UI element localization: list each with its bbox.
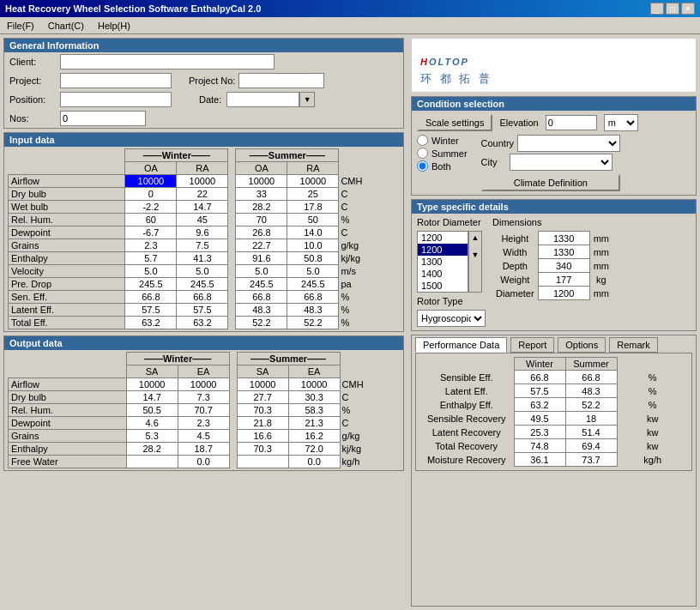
out-winter-ea-header: EA [178, 365, 229, 378]
input-row: Grains2.37.522.710.0g/kg [9, 239, 400, 252]
position-input[interactable] [60, 92, 172, 107]
output-row: Dry bulb14.77.327.730.3C [9, 391, 400, 404]
out-winter-header: ——Winter—— [126, 353, 229, 365]
height-row: Height 1330 mm [492, 232, 612, 245]
rotor-type-select[interactable]: Hygroscopic [417, 310, 486, 327]
diameter-1500[interactable]: 1500 [418, 280, 468, 292]
height-label: Height [492, 232, 538, 245]
diameter-unit: mm [589, 287, 612, 300]
perf-winter-header: Winter [514, 358, 565, 371]
menu-file[interactable]: File(F) [3, 20, 38, 32]
type-details-header: Type specific details [412, 200, 696, 214]
input-row: Enthalpy5.741.391.650.8kj/kg [9, 252, 400, 265]
out-winter-sa-header: SA [126, 365, 178, 378]
diameter-1200-selected[interactable]: 1200 [418, 244, 468, 256]
menu-help[interactable]: Help(H) [94, 20, 134, 32]
general-info-header: General Information [4, 39, 403, 52]
summer-radio-label: Summer [431, 148, 468, 159]
perf-row: Latent Eff.57.548.3% [419, 384, 688, 398]
project-no-label: Project No: [189, 75, 235, 86]
nos-row: Nos: [4, 109, 403, 128]
logo: HOLTOP 环 都 拓 普 [420, 44, 492, 87]
rotor-diameter-listbox[interactable]: 1200 1200 1300 1400 1500 [417, 231, 468, 293]
both-radio-row[interactable]: Both [417, 160, 468, 172]
menu-chart[interactable]: Chart(C) [45, 20, 88, 32]
diameter-1400[interactable]: 1400 [418, 268, 468, 280]
nos-input[interactable] [60, 111, 146, 126]
summer-radio[interactable] [417, 148, 428, 159]
general-info-section: General Information Client: Project: Pro… [3, 38, 404, 129]
diameter-value[interactable]: 1200 [538, 287, 589, 300]
type-details-section: Type specific details Rotor Diameter 120… [411, 199, 697, 331]
climate-definition-button[interactable]: Climate Definition [481, 174, 621, 191]
country-label: Country [481, 138, 515, 148]
depth-value[interactable]: 340 [538, 259, 589, 273]
project-no-input[interactable] [238, 73, 324, 88]
output-row: Rel. Hum.50.570.770.358.3% [9, 404, 400, 417]
minimize-button[interactable]: _ [650, 3, 664, 15]
left-panel: General Information Client: Project: Pro… [0, 34, 407, 610]
winter-radio-row[interactable]: Winter [417, 135, 468, 146]
summer-radio-row[interactable]: Summer [417, 148, 468, 159]
perf-row: Sensible Recovery49.518kw [419, 412, 688, 426]
summer-oa-header: OA [236, 162, 287, 175]
input-row: Airflow10000100001000010000CMH [9, 175, 400, 188]
output-row: Grains5.34.516.616.2g/kg [9, 430, 400, 443]
tab-report[interactable]: Report [510, 337, 554, 353]
date-label: Date: [199, 94, 221, 105]
dimensions-label: Dimensions [492, 217, 541, 227]
input-row: Velocity5.05.05.05.0m/s [9, 265, 400, 278]
logo-main: HOLTOP [420, 44, 492, 69]
client-row: Client: [4, 52, 403, 71]
input-row: Latent Eff.57.557.548.348.3% [9, 304, 400, 317]
height-unit: mm [589, 232, 612, 245]
depth-row: Depth 340 mm [492, 259, 612, 273]
height-value[interactable]: 1330 [538, 232, 589, 245]
date-dropdown-button[interactable]: ▼ [299, 92, 315, 107]
elevation-unit-select[interactable]: m [604, 114, 638, 131]
weight-row: Weight 177 kg [492, 273, 612, 287]
weight-label: Weight [492, 273, 538, 287]
tab-remark[interactable]: Remark [609, 337, 658, 353]
summer-ra-header: RA [287, 162, 339, 175]
maximize-button[interactable]: □ [666, 3, 679, 15]
window-controls[interactable]: _ □ × [650, 3, 695, 15]
logo-sub: 环 都 拓 普 [420, 71, 492, 87]
both-radio-label: Both [431, 161, 451, 172]
scale-settings-button[interactable]: Scale settings [417, 114, 492, 131]
winter-ra-header: RA [177, 162, 228, 175]
close-button[interactable]: × [681, 3, 695, 15]
date-input[interactable]: 2011- 9-16 [226, 92, 299, 107]
perf-summer-header: Summer [565, 358, 617, 371]
project-label: Project: [9, 75, 57, 86]
both-radio[interactable] [417, 160, 428, 172]
diameter-scrollbar[interactable]: ▲▼ [468, 231, 482, 293]
winter-header: ——Winter—— [125, 149, 228, 162]
width-value[interactable]: 1330 [538, 245, 589, 259]
diameter-1200[interactable]: 1200 [418, 232, 468, 244]
performance-data-content: Winter Summer Sensible Eff.66.866.8%Late… [415, 353, 692, 471]
input-row: Sen. Eff.66.866.866.866.8% [9, 291, 400, 304]
winter-radio[interactable] [417, 135, 428, 146]
perf-row: Enthalpy Eff.63.252.2% [419, 398, 688, 412]
input-row: Pre. Drop245.5245.5245.5245.5pa [9, 278, 400, 291]
client-input[interactable] [60, 54, 275, 69]
weight-value[interactable]: 177 [538, 273, 589, 287]
tab-options[interactable]: Options [558, 337, 606, 353]
summer-header: ——Summer—— [236, 149, 339, 162]
performance-data-section: Performance Data Report Options Remark W… [411, 335, 697, 607]
diameter-1300[interactable]: 1300 [418, 256, 468, 268]
output-data-header: Output data [4, 336, 403, 350]
dimensions-table: Height 1330 mm Width 1330 mm Depth 340 [492, 231, 612, 300]
perf-row: Sensible Eff.66.866.8% [419, 371, 688, 384]
position-label: Position: [9, 94, 57, 105]
right-panel: HOLTOP 环 都 拓 普 Condition selection Scale… [407, 34, 700, 610]
out-summer-header: ——Summer—— [237, 353, 340, 365]
tab-performance-data[interactable]: Performance Data [415, 337, 507, 353]
project-input[interactable] [60, 73, 172, 88]
city-select[interactable] [510, 154, 612, 171]
logo-area: HOLTOP 环 都 拓 普 [411, 38, 697, 93]
elevation-input[interactable] [546, 115, 597, 130]
country-select[interactable] [517, 135, 620, 152]
out-summer-ea-header: EA [288, 365, 340, 378]
